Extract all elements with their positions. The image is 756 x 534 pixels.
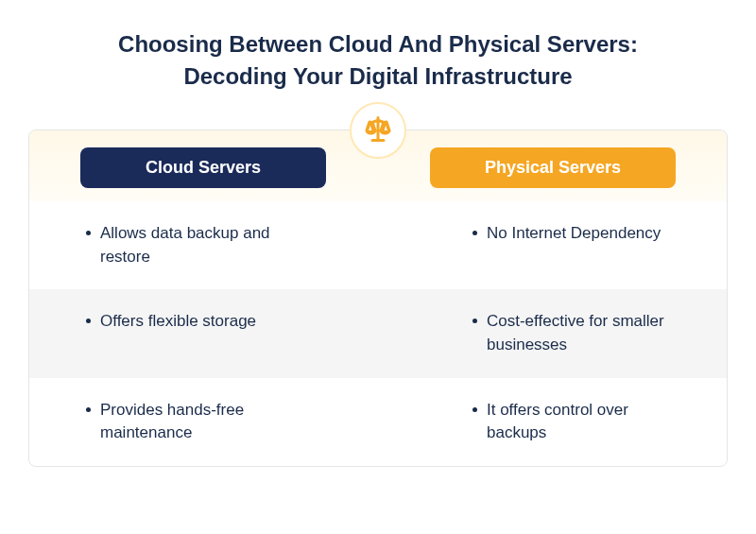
page-title: Choosing Between Cloud And Physical Serv…: [28, 28, 728, 92]
cloud-cell: Provides hands-free maintenance: [29, 378, 378, 466]
title-line-1: Choosing Between Cloud And Physical Serv…: [118, 31, 638, 57]
bullet-dot-icon: [472, 407, 477, 412]
bullet-text: Provides hands-free maintenance: [100, 399, 302, 445]
scale-svg: [361, 113, 395, 147]
comparison-row: Allows data backup and restore No Intern…: [29, 201, 727, 289]
bullet-item: It offers control over backups: [472, 399, 689, 445]
bullet-dot-icon: [472, 231, 477, 235]
bullet-item: Offers flexible storage: [86, 310, 256, 334]
comparison-row: Provides hands-free maintenance It offer…: [29, 378, 727, 466]
cloud-cell: Offers flexible storage: [29, 289, 378, 377]
title-line-2: Decoding Your Digital Infrastructure: [183, 63, 572, 89]
bullet-text: Cost-effective for smaller businesses: [487, 310, 689, 356]
bullet-dot-icon: [86, 231, 91, 235]
comparison-rows: Allows data backup and restore No Intern…: [29, 201, 727, 466]
physical-cell: No Internet Dependency: [378, 201, 727, 289]
comparison-card: Cloud Servers Physical Servers Allows da…: [28, 129, 728, 467]
bullet-dot-icon: [86, 407, 91, 412]
bullet-dot-icon: [86, 319, 91, 323]
bullet-text: Allows data backup and restore: [100, 222, 302, 268]
bullet-text: Offers flexible storage: [100, 310, 256, 334]
physical-cell: It offers control over backups: [378, 378, 727, 466]
comparison-row: Offers flexible storage Cost-effective f…: [29, 289, 727, 377]
balance-scale-icon: [350, 102, 406, 159]
cloud-servers-heading: Cloud Servers: [80, 147, 326, 188]
cloud-cell: Allows data backup and restore: [29, 201, 378, 289]
bullet-item: Allows data backup and restore: [86, 222, 302, 268]
physical-cell: Cost-effective for smaller businesses: [378, 289, 727, 377]
bullet-item: No Internet Dependency: [472, 222, 661, 246]
physical-servers-heading: Physical Servers: [430, 147, 676, 188]
bullet-dot-icon: [472, 319, 477, 323]
bullet-text: It offers control over backups: [487, 399, 689, 445]
bullet-item: Provides hands-free maintenance: [86, 399, 302, 445]
bullet-text: No Internet Dependency: [487, 222, 661, 246]
bullet-item: Cost-effective for smaller businesses: [472, 310, 689, 356]
